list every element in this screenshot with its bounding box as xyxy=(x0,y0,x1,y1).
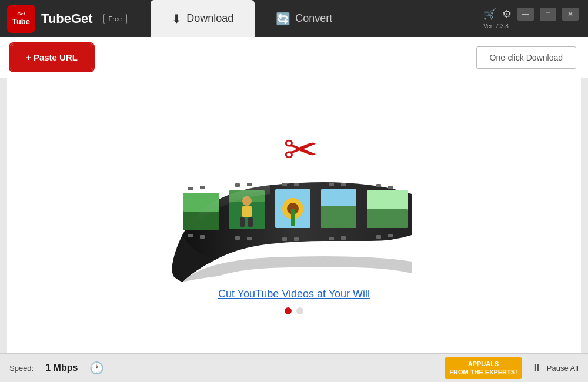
svg-rect-37 xyxy=(367,190,408,209)
version-text: Ver: 7.3.8 xyxy=(483,23,509,29)
one-click-download-button[interactable]: One-click Download xyxy=(476,46,577,69)
svg-rect-11 xyxy=(200,235,205,239)
free-badge: Free xyxy=(103,14,128,24)
svg-rect-32 xyxy=(291,209,295,226)
pause-icon: ⏸ xyxy=(532,362,542,374)
svg-rect-12 xyxy=(235,236,240,240)
tab-area: ⬇ Download 🔄 Convert xyxy=(151,0,481,37)
svg-rect-9 xyxy=(388,186,393,189)
pause-all-area[interactable]: ⏸ Pause All xyxy=(532,362,579,374)
paste-url-button[interactable]: + Paste URL xyxy=(12,45,92,69)
toolbar: + Paste URL One-click Download xyxy=(0,37,588,78)
maximize-button[interactable]: □ xyxy=(540,8,556,21)
svg-rect-16 xyxy=(329,237,334,240)
speed-value: 1 Mbps xyxy=(45,363,78,373)
tab-convert-label: Convert xyxy=(295,12,332,25)
close-button[interactable]: ✕ xyxy=(562,8,579,21)
tab-download[interactable]: ⬇ Download xyxy=(151,0,255,37)
svg-rect-3 xyxy=(247,183,252,186)
dot-2[interactable] xyxy=(296,307,303,314)
tab-download-label: Download xyxy=(186,12,233,25)
svg-rect-1 xyxy=(200,186,205,189)
logo-get: Get xyxy=(17,11,25,17)
appuals-line2: FROM THE EXPERTS! xyxy=(449,368,517,376)
svg-rect-10 xyxy=(188,234,193,237)
logo-area: Get Tube TubeGet Free xyxy=(7,5,127,33)
svg-rect-15 xyxy=(294,237,299,241)
cart-icon[interactable]: 🛒 xyxy=(483,8,496,21)
svg-rect-7 xyxy=(341,183,346,186)
svg-rect-6 xyxy=(329,183,334,186)
history-icon[interactable]: 🕐 xyxy=(89,361,104,375)
minimize-button[interactable]: — xyxy=(517,8,534,21)
settings-icon[interactable]: ⚙ xyxy=(502,8,512,21)
app-title: TubeGet xyxy=(41,11,93,26)
svg-rect-17 xyxy=(341,236,346,240)
svg-rect-38 xyxy=(367,209,408,228)
dot-indicators xyxy=(285,307,303,314)
svg-rect-14 xyxy=(282,237,287,241)
svg-rect-28 xyxy=(248,217,253,227)
tab-convert[interactable]: 🔄 Convert xyxy=(255,0,353,37)
svg-rect-26 xyxy=(242,206,252,217)
svg-rect-18 xyxy=(376,235,381,239)
appuals-line1: APPUALS xyxy=(449,360,517,368)
logo-tube: Tube xyxy=(12,17,30,26)
svg-rect-19 xyxy=(388,234,393,237)
svg-rect-34 xyxy=(321,206,356,228)
scissors-icon: ✂ xyxy=(283,129,318,170)
svg-rect-5 xyxy=(294,183,299,186)
svg-rect-35 xyxy=(321,189,356,206)
promo-link[interactable]: Cut YouTube Videos at Your Will xyxy=(218,288,370,300)
main-content: ✂ xyxy=(7,78,581,353)
hero-image: ✂ xyxy=(171,118,417,282)
svg-rect-13 xyxy=(247,237,252,240)
svg-rect-2 xyxy=(235,183,240,187)
svg-rect-0 xyxy=(188,187,193,190)
appuals-logo: APPUALS FROM THE EXPERTS! xyxy=(445,357,522,379)
appuals-badge-text: APPUALS FROM THE EXPERTS! xyxy=(445,357,522,379)
svg-rect-4 xyxy=(282,183,287,186)
status-right: APPUALS FROM THE EXPERTS! ⏸ Pause All xyxy=(445,357,579,379)
download-icon: ⬇ xyxy=(172,12,182,26)
convert-icon: 🔄 xyxy=(276,12,290,26)
app-logo: Get Tube xyxy=(7,5,35,33)
dot-1[interactable] xyxy=(285,307,292,314)
title-bar: Get Tube TubeGet Free ⬇ Download 🔄 Conve… xyxy=(0,0,588,37)
speed-label: Speed: xyxy=(9,364,34,373)
svg-rect-27 xyxy=(240,217,245,227)
svg-rect-8 xyxy=(376,184,381,187)
pause-all-label: Pause All xyxy=(547,364,579,373)
status-bar: Speed: 1 Mbps 🕐 APPUALS FROM THE EXPERTS… xyxy=(0,353,588,382)
